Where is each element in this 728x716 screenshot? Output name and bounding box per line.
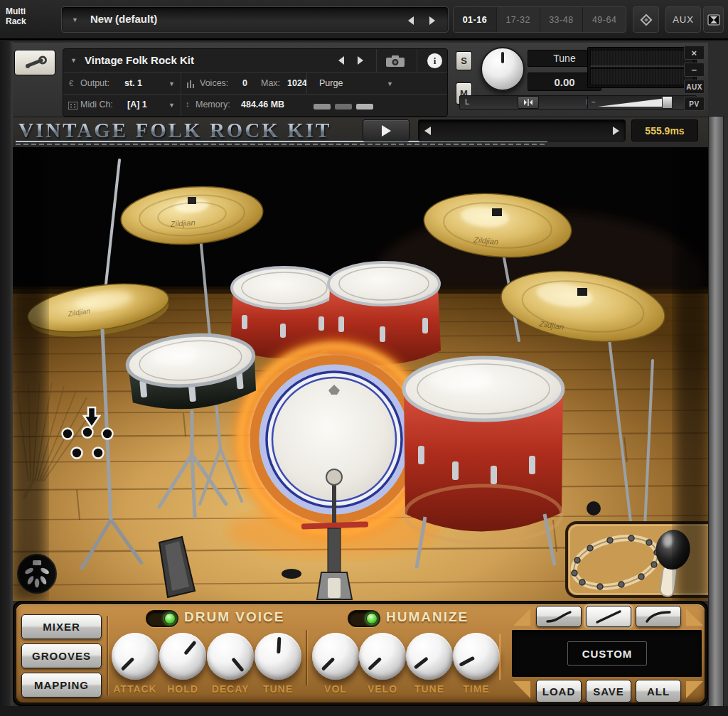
- aux-sends-button[interactable]: aux: [684, 80, 705, 94]
- next-instrument-icon[interactable]: [358, 56, 363, 65]
- solo-button[interactable]: S: [456, 51, 472, 70]
- volume-slider[interactable]: − +: [587, 95, 697, 109]
- mapping-button[interactable]: MAPPING: [21, 673, 102, 698]
- hold-knob[interactable]: [159, 633, 206, 680]
- tab-17-32[interactable]: 17-32: [497, 7, 540, 32]
- pan-slider[interactable]: L R: [459, 95, 597, 109]
- horizontal-scrollbar[interactable]: [418, 119, 626, 141]
- keyboard-view-icon: [707, 13, 721, 27]
- close-button[interactable]: ×: [684, 46, 705, 60]
- prev-instrument-icon[interactable]: [338, 56, 344, 65]
- toggle-on-icon: [366, 613, 378, 624]
- load-button[interactable]: LOAD: [536, 680, 582, 702]
- left-rail: [0, 41, 13, 716]
- pan-left-label: L: [465, 98, 469, 106]
- vol-knob[interactable]: [312, 633, 359, 680]
- app-title: Multi Rack: [6, 6, 26, 27]
- ni-diamond-icon: [638, 12, 654, 28]
- mixer-button[interactable]: MIXER: [21, 614, 102, 639]
- volume-thumb[interactable]: [662, 96, 673, 109]
- all-button[interactable]: ALL: [636, 680, 681, 702]
- ease-out-curve-icon: [644, 609, 673, 624]
- output-label: Output:: [80, 78, 109, 88]
- curve-ease-out-button[interactable]: [636, 606, 681, 627]
- svg-text:Zildjian: Zildjian: [169, 218, 196, 228]
- drum-voice-toggle[interactable]: [146, 610, 178, 627]
- drum-kit-stage[interactable]: Zildjian Zildjian: [13, 147, 708, 601]
- custom-curve-button[interactable]: CUSTOM: [567, 641, 647, 666]
- time-label: TIME: [448, 683, 505, 695]
- performance-panel: MIXER GROOVES MAPPING DRUM VOICE: [16, 604, 705, 702]
- midi-memory-row: Midi Ch: [A] 1 ▼ ↕ Memory: 484.46 MB: [63, 95, 447, 116]
- ease-in-curve-icon: [545, 609, 573, 624]
- output-voices-row: € Output: st. 1 ▼ Voices: 0 Max: 1024 Pu…: [63, 73, 447, 95]
- attack-knob[interactable]: [112, 633, 159, 680]
- knob-pointer: [501, 52, 504, 63]
- info-button[interactable]: i: [427, 53, 442, 68]
- multi-preset-selector[interactable]: ▼ New (default): [61, 6, 449, 33]
- decay-knob[interactable]: [207, 633, 254, 680]
- latency-readout: 555.9ms: [631, 119, 698, 141]
- time-knob[interactable]: [453, 633, 500, 680]
- chevron-down-icon: ▼: [72, 16, 78, 23]
- edit-instrument-button[interactable]: [14, 50, 55, 75]
- keyboard-view-button[interactable]: [703, 6, 724, 33]
- scroll-right-icon[interactable]: [613, 127, 619, 135]
- save-button[interactable]: SAVE: [586, 680, 631, 702]
- accent-triangle: [686, 609, 703, 626]
- grooves-button[interactable]: GROOVES: [21, 643, 102, 668]
- tune-knob-dv[interactable]: [255, 633, 301, 680]
- pan-center-icon: [523, 98, 533, 107]
- pan-thumb[interactable]: [518, 96, 539, 109]
- tune-knob-hum[interactable]: [406, 633, 453, 680]
- right-scroll-rail[interactable]: [708, 116, 724, 715]
- drum-voice-title: DRUM VOICE: [184, 609, 284, 625]
- humanize-title: HUMANIZE: [386, 609, 469, 625]
- bottom-strip: [0, 706, 728, 716]
- instrument-banner: VINTAGE FOLK ROCK KIT 555.9ms: [13, 117, 708, 147]
- next-preset-arrow-icon[interactable]: [429, 16, 435, 25]
- tune-knob[interactable]: [481, 47, 525, 91]
- preset-name: New (default): [90, 13, 157, 25]
- memory-icon: ↕: [186, 100, 190, 108]
- rack-body: ▼ Vintage Folk Rock Kit i €: [0, 41, 728, 716]
- tab-33-48[interactable]: 33-48: [540, 7, 584, 32]
- wrench-icon: [23, 55, 47, 70]
- minimize-button[interactable]: −: [684, 63, 705, 77]
- midi-value[interactable]: [A] 1: [127, 100, 147, 109]
- humanize-toggle[interactable]: [348, 610, 380, 627]
- chevron-down-icon[interactable]: ▼: [70, 57, 77, 64]
- voices-label: Voices:: [200, 78, 228, 88]
- purge-meter-dash: [335, 104, 352, 109]
- tune-label-dv: TUNE: [250, 683, 306, 695]
- tab-49-64[interactable]: 49-64: [583, 7, 626, 32]
- accent-triangle: [686, 681, 703, 698]
- chevron-down-icon[interactable]: ▼: [168, 80, 175, 87]
- volume-wedge: [598, 98, 666, 107]
- max-value[interactable]: 1024: [287, 78, 307, 88]
- performance-view-button[interactable]: pv: [684, 97, 705, 111]
- snapshot-camera-icon[interactable]: [385, 55, 406, 68]
- play-icon: [382, 125, 391, 137]
- tab-01-16[interactable]: 01-16: [454, 7, 497, 32]
- play-button[interactable]: [363, 119, 410, 141]
- level-meters: [587, 47, 697, 88]
- output-value[interactable]: st. 1: [124, 78, 142, 88]
- velo-knob[interactable]: [359, 633, 406, 680]
- chevron-down-icon[interactable]: ▼: [168, 102, 175, 109]
- aux-view-button[interactable]: AUX: [665, 6, 701, 33]
- purge-menu[interactable]: Purge: [319, 78, 343, 88]
- scroll-left-icon[interactable]: [424, 127, 431, 135]
- meter-left: [590, 50, 694, 67]
- performance-panel-frame: MIXER GROOVES MAPPING DRUM VOICE: [13, 601, 708, 706]
- prev-preset-arrow-icon[interactable]: [408, 16, 414, 25]
- vignette-left: [13, 147, 46, 601]
- curve-linear-button[interactable]: [586, 606, 631, 627]
- rack-page-tabs: 01-16 17-32 33-48 49-64: [453, 6, 626, 33]
- curve-ease-in-button[interactable]: [536, 606, 582, 627]
- ni-diamond-button[interactable]: [633, 6, 659, 33]
- meter-right: [590, 68, 694, 85]
- linear-curve-icon: [594, 609, 623, 624]
- instrument-header: ▼ Vintage Folk Rock Kit i €: [13, 43, 708, 117]
- chevron-down-icon[interactable]: ▼: [387, 80, 393, 87]
